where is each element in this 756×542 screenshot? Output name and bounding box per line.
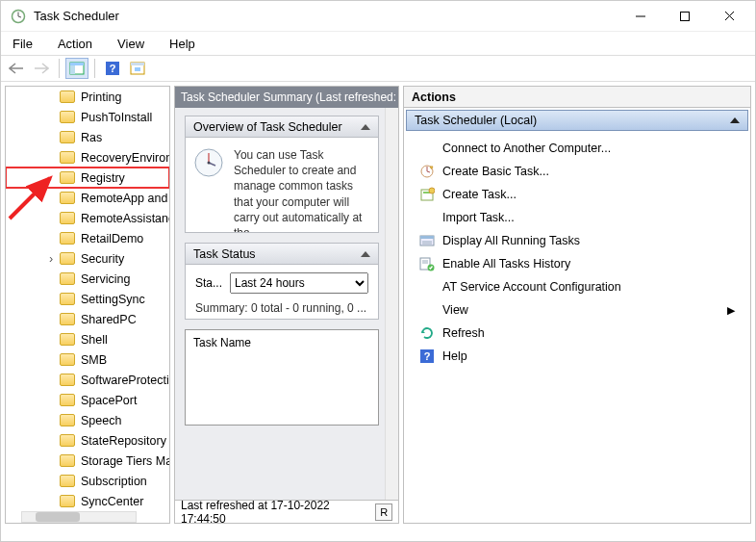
tree-item[interactable]: SoftwareProtectionPlatform (6, 370, 169, 390)
maximize-button[interactable] (663, 2, 707, 31)
task-status-title: Task Status (193, 247, 256, 261)
menu-bar: File Action View Help (1, 32, 755, 55)
action-item[interactable]: AT Service Account Configuration (406, 275, 748, 298)
action-item[interactable]: Create Basic Task... (406, 160, 748, 183)
tree-item[interactable]: Printing (6, 87, 169, 107)
tree-item-label: Registry (81, 171, 125, 185)
create-icon (419, 187, 435, 202)
overview-header[interactable]: Overview of Task Scheduler (186, 116, 378, 138)
task-status-header[interactable]: Task Status (186, 244, 378, 265)
action-item[interactable]: ?Help (406, 345, 748, 368)
folder-icon (60, 212, 75, 224)
action-label: Help (442, 349, 467, 363)
tree-item[interactable]: Registry (6, 168, 169, 188)
tree-item[interactable]: SMB (6, 349, 169, 370)
action-item[interactable]: Enable All Tasks History (406, 252, 748, 275)
svg-text:?: ? (110, 63, 116, 74)
action-item[interactable]: Create Task... (406, 183, 748, 206)
window-title: Task Scheduler (32, 9, 618, 23)
folder-icon (60, 434, 75, 447)
folder-icon (60, 353, 75, 366)
tree-item[interactable]: RetailDemo (6, 228, 169, 248)
folder-icon (60, 333, 75, 346)
folder-icon (60, 374, 75, 386)
content-area: PrintingPushToInstallRasRecoveryEnvironm… (1, 82, 755, 528)
tree-item[interactable]: Speech (6, 410, 169, 430)
tree-item-label: Storage Tiers Management (81, 454, 169, 468)
action-item[interactable]: View▶ (406, 298, 748, 322)
tree-item[interactable]: ›Security (6, 248, 169, 269)
actions-header: Actions (404, 87, 750, 108)
actions-panel: Actions Task Scheduler (Local) Connect t… (403, 86, 751, 524)
tree-item[interactable]: Shell (6, 329, 169, 349)
help-button[interactable]: ? (101, 58, 124, 79)
overview-title: Overview of Task Scheduler (193, 120, 342, 134)
tree-h-scrollbar[interactable] (21, 511, 137, 523)
action-label: Create Task... (442, 188, 517, 201)
properties-button[interactable] (126, 58, 149, 79)
tree-item[interactable]: SharedPC (6, 309, 169, 329)
menu-file[interactable]: File (9, 35, 37, 53)
tree-item-label: Subscription (81, 475, 147, 488)
status-period-select[interactable]: Last 24 hours (230, 272, 368, 294)
forward-button[interactable] (30, 58, 53, 79)
tree-item[interactable]: StateRepository (6, 430, 169, 451)
tree-item[interactable]: Subscription (6, 471, 169, 491)
tree-item[interactable]: Servicing (6, 269, 169, 289)
tree-item[interactable]: Storage Tiers Management (6, 451, 169, 471)
action-item[interactable]: Refresh (406, 322, 748, 345)
action-label: Connect to Another Computer... (442, 142, 611, 155)
menu-action[interactable]: Action (54, 35, 96, 53)
tree-panel: PrintingPushToInstallRasRecoveryEnvironm… (5, 86, 170, 524)
collapse-icon (730, 117, 740, 123)
svg-rect-9 (70, 63, 84, 65)
show-hide-tree-button[interactable] (65, 58, 88, 79)
submenu-arrow-icon: ▶ (727, 304, 735, 317)
menu-view[interactable]: View (113, 35, 148, 53)
refresh-button[interactable]: R (375, 503, 392, 521)
tree-item[interactable]: SyncCenter (6, 491, 169, 511)
action-item[interactable]: Import Task... (406, 206, 748, 229)
summary-header: Task Scheduler Summary (Last refreshed: … (175, 87, 398, 108)
tree-item[interactable]: SpacePort (6, 390, 169, 410)
action-item[interactable]: Display All Running Tasks (406, 229, 748, 252)
action-label: Create Basic Task... (442, 165, 549, 178)
action-label: Refresh (442, 326, 485, 340)
enable-icon (419, 256, 435, 271)
folder-icon (60, 192, 75, 204)
folder-icon (60, 414, 75, 426)
tree-item-label: Ras (81, 131, 102, 144)
folder-icon (60, 232, 75, 245)
tree-item[interactable]: RemoteApp and Desktop Connections (6, 188, 169, 208)
tree-item-label: RemoteApp and Desktop Connections (81, 192, 169, 205)
svg-text:?: ? (424, 350, 431, 362)
tree-item-label: SoftwareProtectionPlatform (81, 374, 169, 387)
tree-item-label: Servicing (81, 272, 130, 286)
tree-item[interactable]: SettingSync (6, 289, 169, 309)
tree-item-label: RemoteAssistance (81, 212, 169, 225)
expand-icon[interactable]: › (46, 252, 56, 266)
tree-area[interactable]: PrintingPushToInstallRasRecoveryEnvironm… (6, 87, 169, 511)
folder-icon (60, 151, 75, 164)
blank-icon (419, 302, 435, 318)
action-item[interactable]: Connect to Another Computer... (406, 137, 748, 160)
summary-v-scrollbar[interactable] (385, 108, 398, 500)
task-name-list[interactable]: Task Name (185, 329, 379, 426)
tree-item[interactable]: RecoveryEnvironment (6, 147, 169, 168)
clock-icon (193, 147, 224, 178)
close-button[interactable] (707, 2, 751, 31)
svg-point-18 (208, 162, 211, 165)
tree-item[interactable]: Ras (6, 127, 169, 147)
menu-help[interactable]: Help (165, 35, 199, 53)
tree-item-label: Shell (81, 333, 108, 347)
tree-item[interactable]: PushToInstall (6, 107, 169, 127)
svg-point-24 (429, 188, 435, 194)
minimize-button[interactable] (618, 2, 663, 31)
action-label: Import Task... (442, 211, 515, 224)
tree-item[interactable]: RemoteAssistance (6, 208, 169, 228)
tree-item-label: SharedPC (81, 313, 137, 326)
action-label: Enable All Tasks History (442, 257, 570, 271)
folder-icon (60, 131, 75, 143)
actions-subheader[interactable]: Task Scheduler (Local) (406, 110, 748, 131)
back-button[interactable] (5, 58, 28, 79)
